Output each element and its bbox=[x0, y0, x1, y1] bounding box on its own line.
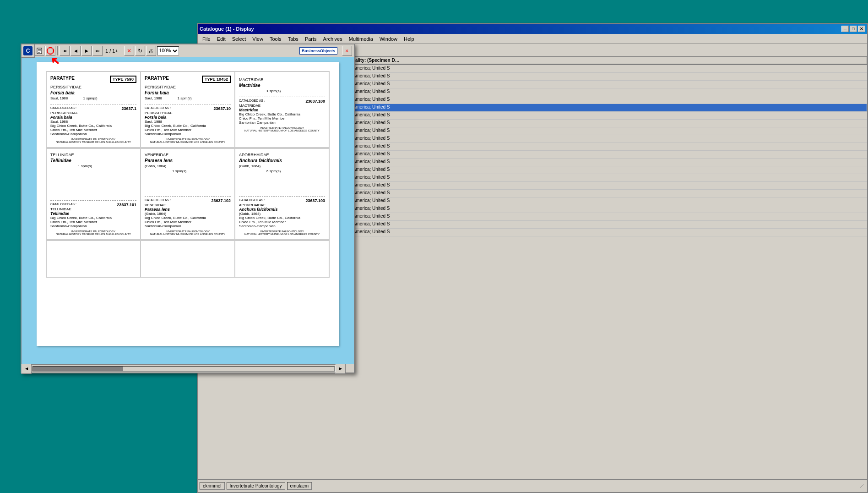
cataloged-age-5: Santonian-Campanian bbox=[145, 224, 231, 228]
cataloged-label-6: CATALOGED AS : 23637.103 bbox=[239, 198, 325, 202]
cataloged-name-5: Paraesa lens bbox=[145, 207, 231, 212]
cataloged-num-2: 23637.10 bbox=[213, 106, 231, 111]
menu-view[interactable]: View bbox=[250, 35, 266, 43]
menu-edit[interactable]: Edit bbox=[214, 35, 228, 43]
svg-text:C: C bbox=[26, 48, 30, 54]
specimen-card-empty-1 bbox=[46, 241, 141, 277]
specimen-card-3: MACTRIDAE Mactridae 1 spm(s) CATALOGED A… bbox=[235, 71, 329, 148]
menu-tools[interactable]: Tools bbox=[267, 35, 284, 43]
catalogue-title: Catalogue (1) - Display bbox=[200, 26, 254, 32]
name-2: Forsia baia bbox=[145, 90, 231, 95]
menu-window[interactable]: Window bbox=[377, 35, 400, 43]
cell-station: LACMIP 23637; North America; United S bbox=[305, 65, 867, 72]
museum-stamp-5: INVERTEBRATE PALEONTOLOGYNATURAL HISTORY… bbox=[145, 230, 231, 236]
close-button[interactable]: ✕ bbox=[858, 26, 865, 32]
print-btn2[interactable]: 🖨 bbox=[146, 46, 156, 56]
type-label-2: PARATYPE bbox=[145, 76, 169, 81]
cataloged-3: CATALOGED AS : 23637.100 MACTRIDAE Mactr… bbox=[239, 97, 325, 132]
stop-btn[interactable]: ✕ bbox=[124, 46, 134, 56]
page-current: 1 / 1+ bbox=[103, 48, 120, 54]
report-hscrollbar[interactable]: ◀ ▶ bbox=[22, 364, 346, 372]
nav-prev-btn[interactable]: ◀ bbox=[71, 46, 81, 56]
cataloged-label-2: CATALOGED AS : 23637.10 bbox=[145, 106, 231, 110]
cataloged-num-1: 23637.1 bbox=[121, 106, 136, 111]
cataloged-fm-4: Chico Fm., Ten Mile Member bbox=[50, 220, 136, 224]
cataloged-num-5: 23637.102 bbox=[211, 198, 231, 203]
cataloged-5: CATALOGED AS : 23637.102 VENERIDAE Parae… bbox=[145, 196, 231, 236]
name-3: Mactridae bbox=[239, 83, 325, 88]
report-special-btn[interactable] bbox=[45, 46, 55, 56]
cataloged-age-4: Santonian-Campanian bbox=[50, 224, 136, 228]
spm-5: 1 spm(s) bbox=[145, 169, 231, 173]
nav-next-btn[interactable]: ▶ bbox=[81, 46, 92, 56]
status-dept: Invertebrate Paleontology bbox=[227, 482, 285, 490]
cataloged-fm-1: Chico Fm., Ten Mile Member bbox=[50, 128, 136, 132]
author-5: (Gabb, 1864) bbox=[145, 164, 231, 168]
author-1: Saul, 1988 1 spm(s) bbox=[50, 96, 136, 100]
family-5: VENERIDAE bbox=[145, 153, 231, 157]
scroll-track[interactable] bbox=[33, 366, 335, 372]
svg-rect-16 bbox=[48, 49, 53, 53]
card-spacer-5 bbox=[145, 174, 231, 192]
scroll-right-btn[interactable]: ▶ bbox=[336, 364, 346, 374]
menu-parts[interactable]: Parts bbox=[302, 35, 320, 43]
specimen-card-1: PARATYPE TYPE 7590 PERISSITYIDAE Forsia … bbox=[46, 71, 141, 148]
sep2 bbox=[122, 46, 122, 55]
menu-select[interactable]: Select bbox=[229, 35, 249, 43]
author-6: (Gabb, 1864) bbox=[239, 164, 325, 168]
nav-last-btn[interactable]: ⏭ bbox=[92, 46, 103, 56]
cataloged-name-3: Mactridae bbox=[239, 108, 325, 112]
name-5: Paraesa lens bbox=[145, 158, 231, 163]
scroll-left-btn[interactable]: ◀ bbox=[22, 364, 32, 374]
report-window: ⏮ ◀ ▶ ⏭ 1 / 1+ ✕ ↻ 🖨 100% 50% 75% 125% 1… bbox=[21, 44, 355, 373]
cataloged-fm-5: Chico Fm., Ten Mile Member bbox=[145, 220, 231, 224]
cataloged-family-4: TELLINIDAE bbox=[50, 207, 136, 211]
nav-first-btn[interactable]: ⏮ bbox=[60, 46, 70, 56]
cataloged-age-3: Santonian-Campanian bbox=[239, 121, 325, 125]
menu-file[interactable]: File bbox=[200, 35, 213, 43]
zoom-selector[interactable]: 100% 50% 75% 125% 150% bbox=[157, 46, 179, 55]
cataloged-6: CATALOGED AS : 23637.103 APORRHAIDAE Anc… bbox=[239, 196, 325, 236]
cataloged-detail-1: Saul, 1988 bbox=[50, 120, 136, 124]
cataloged-label-3: CATALOGED AS : 23637.100 bbox=[239, 99, 325, 102]
report-content[interactable]: ➜ PARATYPE TYPE 7590 PERISSITYIDAE Forsi… bbox=[22, 57, 354, 364]
cataloged-age-1: Santonian-Campanian bbox=[50, 132, 136, 136]
family-4: TELLINIDAE bbox=[50, 153, 136, 157]
cataloged-age-2: Santonian-Campanian bbox=[145, 132, 231, 136]
report-page-btn[interactable] bbox=[34, 46, 44, 56]
status-resize-icon[interactable]: ⟋ bbox=[858, 482, 865, 490]
specimen-card-6: APORRHAIDAE Anchura falciformis (Gabb, 1… bbox=[235, 148, 329, 240]
specimen-card-empty-3 bbox=[235, 241, 329, 277]
cataloged-family-6: APORRHAIDAE bbox=[239, 203, 325, 207]
menu-archives[interactable]: Archives bbox=[320, 35, 345, 43]
menu-tabs[interactable]: Tabs bbox=[285, 35, 301, 43]
scroll-thumb[interactable] bbox=[33, 367, 123, 371]
col-header-station[interactable]: Station: (Locality)/Locality: (Specimen … bbox=[305, 57, 867, 64]
refresh-btn[interactable]: ↻ bbox=[135, 46, 145, 56]
cataloged-label-4: CATALOGED AS : 23637.101 bbox=[50, 203, 136, 206]
maximize-button[interactable]: □ bbox=[850, 26, 857, 32]
cataloged-fm-2: Chico Fm., Ten Mile Member bbox=[145, 128, 231, 132]
cataloged-family-5: VENERIDAE bbox=[145, 203, 231, 207]
spm-6: 6 spm(s) bbox=[239, 169, 325, 173]
specimen-card-empty-2 bbox=[141, 241, 235, 277]
card-spacer-4 bbox=[50, 169, 136, 197]
card-top-1: PARATYPE TYPE 7590 bbox=[50, 76, 136, 83]
specimen-card-2: PARATYPE TYPE 10452 PERISSITYIDAE Forsia… bbox=[141, 71, 235, 148]
menu-help[interactable]: Help bbox=[401, 35, 417, 43]
cataloged-family-1: PERISSITYIDAE bbox=[50, 111, 136, 115]
cataloged-loc-2: Big Chico Creek, Butte Co., California bbox=[145, 124, 231, 128]
specimen-grid-row1: PARATYPE TYPE 7590 PERISSITYIDAE Forsia … bbox=[46, 71, 330, 148]
minimize-button[interactable]: ─ bbox=[841, 26, 849, 32]
catalogue-titlebar: Catalogue (1) - Display ─ □ ✕ bbox=[198, 24, 867, 34]
close-report-btn[interactable]: ✕ bbox=[342, 46, 352, 56]
cataloged-1: CATALOGED AS : 23637.1 PERISSITYIDAE For… bbox=[50, 104, 136, 143]
cataloged-fm-3: Chico Fm., Ten Mile Member bbox=[239, 116, 325, 121]
catalogue-menubar: File Edit Select View Tools Tabs Parts A… bbox=[198, 34, 867, 44]
family-6: APORRHAIDAE bbox=[239, 153, 325, 157]
museum-stamp-6: INVERTEBRATE PALEONTOLOGYNATURAL HISTORY… bbox=[239, 230, 325, 236]
report-toolbar: ⏮ ◀ ▶ ⏭ 1 / 1+ ✕ ↻ 🖨 100% 50% 75% 125% 1… bbox=[22, 44, 354, 57]
specimen-grid-row2: TELLINIDAE Tellinidae 1 spm(s) CATALOGED… bbox=[46, 148, 330, 240]
menu-multimedia[interactable]: Multimedia bbox=[346, 35, 376, 43]
status-bar: ekrimmel Invertebrate Paleontology emula… bbox=[198, 479, 867, 492]
